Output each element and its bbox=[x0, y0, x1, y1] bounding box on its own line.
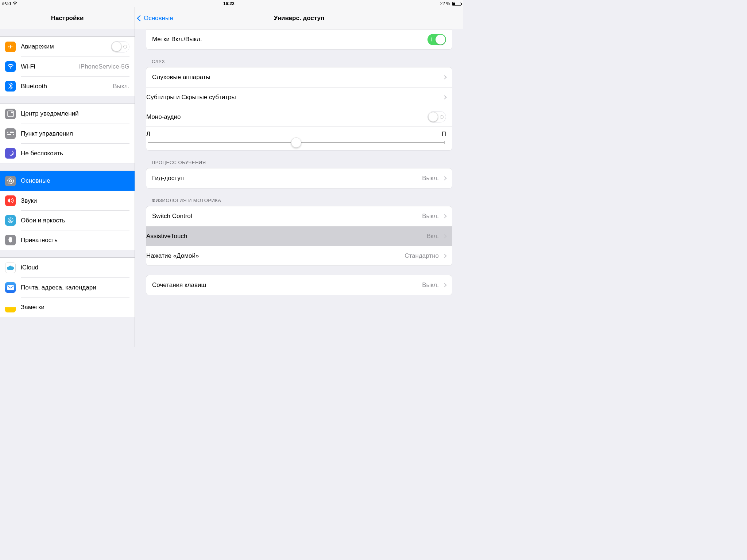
home-value: Стандартно bbox=[405, 252, 439, 260]
dnd-label: Не беспокоить bbox=[21, 150, 129, 157]
home-label: Нажатие «Домой» bbox=[146, 252, 405, 260]
slider-thumb[interactable] bbox=[291, 137, 301, 148]
row-balance-slider: Л П bbox=[146, 127, 452, 150]
chevron-right-icon bbox=[442, 254, 446, 258]
sidebar-item-notes[interactable]: Заметки bbox=[0, 297, 135, 317]
notifications-label: Центр уведомлений bbox=[21, 110, 129, 117]
airplane-label: Авиарежим bbox=[21, 43, 111, 50]
speaker-icon bbox=[5, 195, 16, 206]
icloud-label: iCloud bbox=[21, 264, 129, 271]
airplane-icon: ✈ bbox=[5, 42, 16, 52]
sidebar-item-notifications[interactable]: Центр уведомлений bbox=[0, 104, 135, 124]
chevron-left-icon bbox=[137, 15, 143, 21]
battery-icon bbox=[452, 2, 461, 6]
sidebar-item-airplane[interactable]: ✈ Авиарежим bbox=[0, 37, 135, 57]
shortcut-value: Выкл. bbox=[422, 281, 439, 289]
wifi-icon bbox=[5, 61, 16, 72]
svg-point-5 bbox=[11, 134, 13, 136]
general-label: Основные bbox=[21, 177, 129, 184]
sidebar-item-dnd[interactable]: Не беспокоить bbox=[0, 143, 135, 163]
row-hearing-aids[interactable]: Слуховые аппараты bbox=[146, 67, 452, 87]
wallpaper-icon bbox=[5, 215, 16, 226]
device-label: iPad bbox=[2, 1, 11, 6]
chevron-right-icon bbox=[442, 95, 446, 99]
gear-icon bbox=[5, 176, 16, 186]
row-guided-access[interactable]: Гид-доступ Выкл. bbox=[146, 168, 452, 188]
svg-point-6 bbox=[8, 178, 13, 184]
settings-sidebar: Настройки ✈ Авиарежим Wi-Fi iPhoneServic… bbox=[0, 7, 135, 347]
row-assistive-touch[interactable]: AssistiveTouch Вкл. bbox=[146, 226, 452, 246]
mail-label: Почта, адреса, календари bbox=[21, 284, 129, 291]
section-hearing: СЛУХ bbox=[152, 59, 446, 64]
back-label: Основные bbox=[144, 15, 173, 22]
section-motor: ФИЗИОЛОГИЯ И МОТОРИКА bbox=[152, 198, 446, 203]
sidebar-title: Настройки bbox=[51, 15, 84, 22]
cloud-icon bbox=[5, 262, 16, 273]
balance-right-label: П bbox=[442, 131, 446, 138]
chevron-right-icon bbox=[442, 214, 446, 218]
svg-point-1 bbox=[11, 112, 13, 113]
row-mono-audio[interactable]: Моно-аудио bbox=[146, 107, 452, 127]
back-button[interactable]: Основные bbox=[138, 15, 173, 22]
chevron-right-icon bbox=[442, 75, 446, 79]
privacy-label: Приватность bbox=[21, 237, 129, 244]
switch-label: Switch Control bbox=[152, 213, 422, 220]
status-bar: iPad 16:22 22 % bbox=[0, 0, 463, 7]
bluetooth-icon bbox=[5, 81, 16, 92]
hearing-aids-label: Слуховые аппараты bbox=[152, 74, 442, 81]
row-home-click[interactable]: Нажатие «Домой» Стандартно bbox=[146, 246, 452, 265]
subtitles-label: Субтитры и Скрытые субтитры bbox=[146, 94, 442, 101]
wifi-icon bbox=[12, 1, 18, 6]
wallpaper-label: Обои и яркость bbox=[21, 217, 129, 224]
labels-toggle[interactable] bbox=[427, 34, 446, 45]
svg-point-10 bbox=[10, 220, 11, 221]
content-title: Универс. доступ bbox=[274, 15, 325, 22]
svg-point-7 bbox=[9, 180, 12, 182]
assistive-label: AssistiveTouch bbox=[146, 233, 426, 240]
row-subtitles[interactable]: Субтитры и Скрытые субтитры bbox=[146, 87, 452, 107]
sidebar-item-bluetooth[interactable]: Bluetooth Выкл. bbox=[0, 76, 135, 96]
mono-toggle[interactable] bbox=[427, 111, 446, 122]
mail-icon bbox=[5, 282, 16, 293]
section-learning: ПРОЦЕСС ОБУЧЕНИЯ bbox=[152, 160, 446, 165]
notes-label: Заметки bbox=[21, 304, 129, 311]
notes-icon bbox=[5, 302, 16, 312]
guided-label: Гид-доступ bbox=[152, 175, 422, 182]
balance-slider[interactable] bbox=[148, 142, 445, 143]
wifi-value: iPhoneService-5G bbox=[79, 63, 129, 70]
svg-point-3 bbox=[8, 132, 10, 133]
sidebar-item-general[interactable]: Основные bbox=[0, 171, 135, 191]
shortcut-label: Сочетания клавиш bbox=[152, 281, 422, 289]
moon-icon bbox=[5, 148, 16, 159]
svg-rect-11 bbox=[7, 285, 14, 290]
mono-label: Моно-аудио bbox=[146, 113, 427, 121]
hand-icon bbox=[5, 235, 16, 245]
sidebar-item-sounds[interactable]: Звуки bbox=[0, 191, 135, 210]
battery-pct: 22 % bbox=[440, 1, 450, 6]
bluetooth-value: Выкл. bbox=[113, 83, 129, 90]
airplane-toggle[interactable] bbox=[111, 41, 129, 52]
sidebar-item-control-center[interactable]: Пункт управления bbox=[0, 124, 135, 143]
chevron-right-icon bbox=[442, 234, 446, 238]
clock: 16:22 bbox=[223, 1, 235, 6]
chevron-right-icon bbox=[442, 283, 446, 287]
chevron-right-icon bbox=[442, 176, 446, 180]
sidebar-item-icloud[interactable]: iCloud bbox=[0, 258, 135, 277]
sidebar-item-wallpaper[interactable]: Обои и яркость bbox=[0, 210, 135, 230]
content-pane: Основные Универс. доступ Метки Вкл./Выкл… bbox=[135, 7, 463, 347]
row-labels-toggle[interactable]: Метки Вкл./Выкл. bbox=[146, 30, 452, 49]
wifi-label: Wi-Fi bbox=[21, 63, 79, 70]
sidebar-item-mail[interactable]: Почта, адреса, календари bbox=[0, 277, 135, 297]
notification-center-icon bbox=[5, 109, 16, 119]
content-navbar: Основные Универс. доступ bbox=[135, 7, 463, 29]
row-switch-control[interactable]: Switch Control Выкл. bbox=[146, 206, 452, 226]
sounds-label: Звуки bbox=[21, 197, 129, 205]
control-center-icon bbox=[5, 128, 16, 139]
assistive-value: Вкл. bbox=[426, 233, 439, 240]
control-center-label: Пункт управления bbox=[21, 130, 129, 137]
bluetooth-label: Bluetooth bbox=[21, 83, 113, 90]
sidebar-item-privacy[interactable]: Приватность bbox=[0, 230, 135, 250]
sidebar-navbar: Настройки bbox=[0, 7, 135, 29]
row-shortcut[interactable]: Сочетания клавиш Выкл. bbox=[146, 275, 452, 295]
sidebar-item-wifi[interactable]: Wi-Fi iPhoneService-5G bbox=[0, 57, 135, 76]
